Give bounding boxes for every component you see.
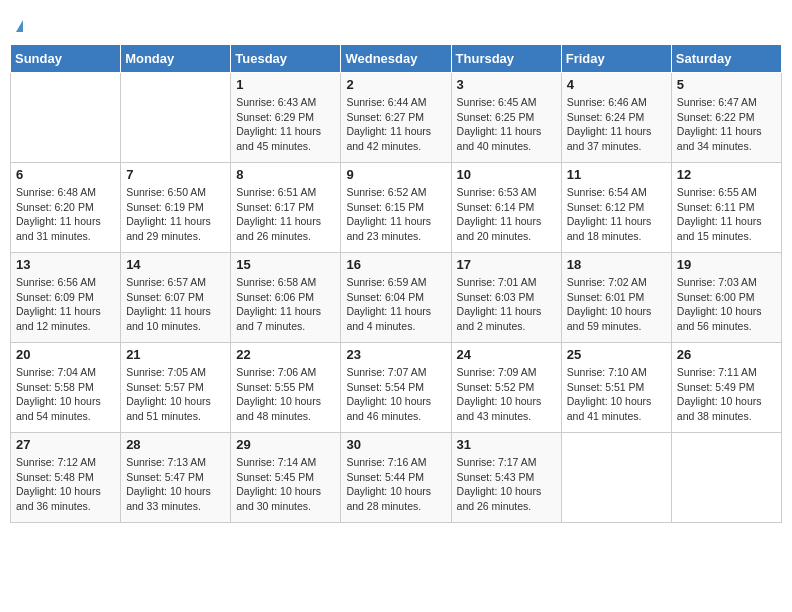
calendar-cell	[121, 73, 231, 163]
calendar-cell: 10Sunrise: 6:53 AM Sunset: 6:14 PM Dayli…	[451, 163, 561, 253]
calendar-cell: 4Sunrise: 6:46 AM Sunset: 6:24 PM Daylig…	[561, 73, 671, 163]
calendar-cell: 12Sunrise: 6:55 AM Sunset: 6:11 PM Dayli…	[671, 163, 781, 253]
day-info: Sunrise: 6:53 AM Sunset: 6:14 PM Dayligh…	[457, 185, 556, 244]
day-number: 7	[126, 167, 225, 182]
header-cell-saturday: Saturday	[671, 45, 781, 73]
day-info: Sunrise: 7:11 AM Sunset: 5:49 PM Dayligh…	[677, 365, 776, 424]
day-info: Sunrise: 7:07 AM Sunset: 5:54 PM Dayligh…	[346, 365, 445, 424]
day-number: 21	[126, 347, 225, 362]
calendar-cell: 28Sunrise: 7:13 AM Sunset: 5:47 PM Dayli…	[121, 433, 231, 523]
day-info: Sunrise: 6:44 AM Sunset: 6:27 PM Dayligh…	[346, 95, 445, 154]
day-info: Sunrise: 7:12 AM Sunset: 5:48 PM Dayligh…	[16, 455, 115, 514]
day-number: 15	[236, 257, 335, 272]
day-number: 1	[236, 77, 335, 92]
calendar-cell: 20Sunrise: 7:04 AM Sunset: 5:58 PM Dayli…	[11, 343, 121, 433]
day-info: Sunrise: 7:16 AM Sunset: 5:44 PM Dayligh…	[346, 455, 445, 514]
day-number: 14	[126, 257, 225, 272]
calendar-cell: 17Sunrise: 7:01 AM Sunset: 6:03 PM Dayli…	[451, 253, 561, 343]
day-info: Sunrise: 6:52 AM Sunset: 6:15 PM Dayligh…	[346, 185, 445, 244]
day-info: Sunrise: 7:01 AM Sunset: 6:03 PM Dayligh…	[457, 275, 556, 334]
calendar-cell: 8Sunrise: 6:51 AM Sunset: 6:17 PM Daylig…	[231, 163, 341, 253]
day-number: 19	[677, 257, 776, 272]
calendar-cell: 5Sunrise: 6:47 AM Sunset: 6:22 PM Daylig…	[671, 73, 781, 163]
day-info: Sunrise: 6:45 AM Sunset: 6:25 PM Dayligh…	[457, 95, 556, 154]
calendar-cell: 26Sunrise: 7:11 AM Sunset: 5:49 PM Dayli…	[671, 343, 781, 433]
logo-general	[14, 14, 23, 36]
day-number: 4	[567, 77, 666, 92]
calendar-cell	[671, 433, 781, 523]
logo	[14, 10, 23, 36]
day-info: Sunrise: 6:56 AM Sunset: 6:09 PM Dayligh…	[16, 275, 115, 334]
week-row-2: 6Sunrise: 6:48 AM Sunset: 6:20 PM Daylig…	[11, 163, 782, 253]
calendar-cell: 11Sunrise: 6:54 AM Sunset: 6:12 PM Dayli…	[561, 163, 671, 253]
page-header	[10, 10, 782, 36]
header-cell-wednesday: Wednesday	[341, 45, 451, 73]
header-cell-sunday: Sunday	[11, 45, 121, 73]
day-info: Sunrise: 6:50 AM Sunset: 6:19 PM Dayligh…	[126, 185, 225, 244]
day-info: Sunrise: 7:13 AM Sunset: 5:47 PM Dayligh…	[126, 455, 225, 514]
day-number: 24	[457, 347, 556, 362]
calendar-table: SundayMondayTuesdayWednesdayThursdayFrid…	[10, 44, 782, 523]
calendar-header: SundayMondayTuesdayWednesdayThursdayFrid…	[11, 45, 782, 73]
calendar-body: 1Sunrise: 6:43 AM Sunset: 6:29 PM Daylig…	[11, 73, 782, 523]
calendar-cell: 21Sunrise: 7:05 AM Sunset: 5:57 PM Dayli…	[121, 343, 231, 433]
week-row-1: 1Sunrise: 6:43 AM Sunset: 6:29 PM Daylig…	[11, 73, 782, 163]
day-info: Sunrise: 6:59 AM Sunset: 6:04 PM Dayligh…	[346, 275, 445, 334]
calendar-cell: 31Sunrise: 7:17 AM Sunset: 5:43 PM Dayli…	[451, 433, 561, 523]
calendar-cell: 1Sunrise: 6:43 AM Sunset: 6:29 PM Daylig…	[231, 73, 341, 163]
header-cell-monday: Monday	[121, 45, 231, 73]
day-info: Sunrise: 6:55 AM Sunset: 6:11 PM Dayligh…	[677, 185, 776, 244]
calendar-cell: 6Sunrise: 6:48 AM Sunset: 6:20 PM Daylig…	[11, 163, 121, 253]
day-number: 13	[16, 257, 115, 272]
day-number: 31	[457, 437, 556, 452]
calendar-cell: 18Sunrise: 7:02 AM Sunset: 6:01 PM Dayli…	[561, 253, 671, 343]
day-info: Sunrise: 6:43 AM Sunset: 6:29 PM Dayligh…	[236, 95, 335, 154]
day-info: Sunrise: 7:10 AM Sunset: 5:51 PM Dayligh…	[567, 365, 666, 424]
day-number: 10	[457, 167, 556, 182]
calendar-cell: 22Sunrise: 7:06 AM Sunset: 5:55 PM Dayli…	[231, 343, 341, 433]
day-number: 18	[567, 257, 666, 272]
day-number: 2	[346, 77, 445, 92]
calendar-cell: 30Sunrise: 7:16 AM Sunset: 5:44 PM Dayli…	[341, 433, 451, 523]
day-info: Sunrise: 7:02 AM Sunset: 6:01 PM Dayligh…	[567, 275, 666, 334]
header-cell-friday: Friday	[561, 45, 671, 73]
day-info: Sunrise: 7:04 AM Sunset: 5:58 PM Dayligh…	[16, 365, 115, 424]
header-cell-thursday: Thursday	[451, 45, 561, 73]
day-number: 22	[236, 347, 335, 362]
calendar-cell: 15Sunrise: 6:58 AM Sunset: 6:06 PM Dayli…	[231, 253, 341, 343]
day-number: 12	[677, 167, 776, 182]
header-cell-tuesday: Tuesday	[231, 45, 341, 73]
day-number: 9	[346, 167, 445, 182]
calendar-cell: 19Sunrise: 7:03 AM Sunset: 6:00 PM Dayli…	[671, 253, 781, 343]
day-number: 26	[677, 347, 776, 362]
day-info: Sunrise: 6:46 AM Sunset: 6:24 PM Dayligh…	[567, 95, 666, 154]
calendar-cell: 25Sunrise: 7:10 AM Sunset: 5:51 PM Dayli…	[561, 343, 671, 433]
calendar-cell: 16Sunrise: 6:59 AM Sunset: 6:04 PM Dayli…	[341, 253, 451, 343]
calendar-cell: 3Sunrise: 6:45 AM Sunset: 6:25 PM Daylig…	[451, 73, 561, 163]
day-number: 23	[346, 347, 445, 362]
calendar-cell: 29Sunrise: 7:14 AM Sunset: 5:45 PM Dayli…	[231, 433, 341, 523]
day-info: Sunrise: 7:05 AM Sunset: 5:57 PM Dayligh…	[126, 365, 225, 424]
day-number: 29	[236, 437, 335, 452]
calendar-cell: 7Sunrise: 6:50 AM Sunset: 6:19 PM Daylig…	[121, 163, 231, 253]
day-info: Sunrise: 7:17 AM Sunset: 5:43 PM Dayligh…	[457, 455, 556, 514]
day-number: 11	[567, 167, 666, 182]
day-info: Sunrise: 7:06 AM Sunset: 5:55 PM Dayligh…	[236, 365, 335, 424]
day-number: 30	[346, 437, 445, 452]
week-row-4: 20Sunrise: 7:04 AM Sunset: 5:58 PM Dayli…	[11, 343, 782, 433]
week-row-3: 13Sunrise: 6:56 AM Sunset: 6:09 PM Dayli…	[11, 253, 782, 343]
day-info: Sunrise: 6:47 AM Sunset: 6:22 PM Dayligh…	[677, 95, 776, 154]
day-info: Sunrise: 6:57 AM Sunset: 6:07 PM Dayligh…	[126, 275, 225, 334]
calendar-cell: 27Sunrise: 7:12 AM Sunset: 5:48 PM Dayli…	[11, 433, 121, 523]
day-info: Sunrise: 7:09 AM Sunset: 5:52 PM Dayligh…	[457, 365, 556, 424]
calendar-cell: 9Sunrise: 6:52 AM Sunset: 6:15 PM Daylig…	[341, 163, 451, 253]
calendar-cell: 24Sunrise: 7:09 AM Sunset: 5:52 PM Dayli…	[451, 343, 561, 433]
day-number: 17	[457, 257, 556, 272]
day-number: 3	[457, 77, 556, 92]
calendar-cell: 2Sunrise: 6:44 AM Sunset: 6:27 PM Daylig…	[341, 73, 451, 163]
day-info: Sunrise: 6:51 AM Sunset: 6:17 PM Dayligh…	[236, 185, 335, 244]
day-number: 28	[126, 437, 225, 452]
day-number: 16	[346, 257, 445, 272]
day-info: Sunrise: 7:03 AM Sunset: 6:00 PM Dayligh…	[677, 275, 776, 334]
header-row: SundayMondayTuesdayWednesdayThursdayFrid…	[11, 45, 782, 73]
